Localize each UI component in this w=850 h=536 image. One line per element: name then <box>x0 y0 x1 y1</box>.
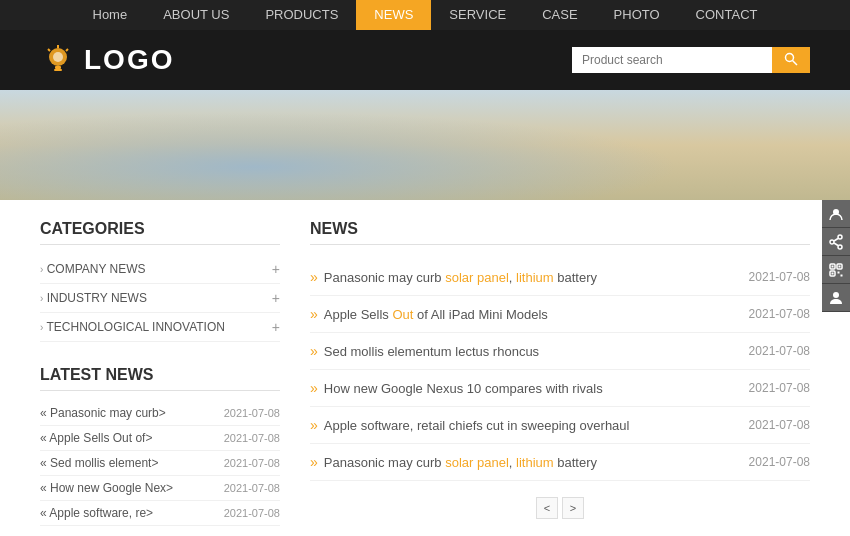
latest-news-item: « Panasonic may curb> 2021-07-08 <box>40 401 280 426</box>
cat-plus-icon: + <box>272 319 280 335</box>
cat-label: › COMPANY NEWS <box>40 262 146 276</box>
svg-rect-19 <box>839 265 841 267</box>
next-page-button[interactable]: > <box>562 497 584 519</box>
pagination: < > <box>310 497 810 519</box>
categories-section: CATEGORIES › COMPANY NEWS + › INDUSTRY N… <box>40 220 280 342</box>
latest-news-link-4[interactable]: « Apple software, re> <box>40 506 153 520</box>
side-qr-icon[interactable] <box>822 256 850 284</box>
nav-photo[interactable]: PHOTO <box>596 0 678 30</box>
logo-icon <box>40 42 76 78</box>
svg-point-12 <box>830 240 834 244</box>
svg-line-8 <box>793 60 798 65</box>
prev-page-button[interactable]: < <box>536 497 558 519</box>
news-link-5[interactable]: » Panasonic may curb solar panel, lithiu… <box>310 454 597 470</box>
cat-item-company[interactable]: › COMPANY NEWS + <box>40 255 280 284</box>
latest-news-item: « Apple Sells Out of> 2021-07-08 <box>40 426 280 451</box>
logo-text: LOGO <box>84 44 174 76</box>
svg-rect-18 <box>832 265 834 267</box>
latest-news-item: « How new Google Nex> 2021-07-08 <box>40 476 280 501</box>
svg-rect-20 <box>832 272 834 274</box>
latest-news-link-2[interactable]: « Sed mollis element> <box>40 456 158 470</box>
sidebar: CATEGORIES › COMPANY NEWS + › INDUSTRY N… <box>40 220 280 536</box>
news-list-item-1: » Apple Sells Out of All iPad Mini Model… <box>310 296 810 333</box>
side-customer-icon[interactable] <box>822 200 850 228</box>
hero-banner <box>0 90 850 200</box>
search-input[interactable] <box>572 47 772 73</box>
news-date-2: 2021-07-08 <box>749 344 810 358</box>
news-text-4: Apple software, retail chiefs cut in swe… <box>324 418 630 433</box>
content-title: NEWS <box>310 220 810 245</box>
navbar: Home ABOUT US PRODUCTS NEWS SERVICE CASE… <box>0 0 850 30</box>
cat-plus-icon: + <box>272 261 280 277</box>
side-user-icon[interactable] <box>822 284 850 312</box>
svg-point-11 <box>838 245 842 249</box>
latest-news-title: LATEST NEWS <box>40 366 280 391</box>
latest-news-date-3: 2021-07-08 <box>224 482 280 494</box>
latest-news-link-3[interactable]: « How new Google Nex> <box>40 481 173 495</box>
latest-news-item: « Apple software, re> 2021-07-08 <box>40 501 280 526</box>
svg-rect-2 <box>55 66 61 69</box>
nav-about[interactable]: ABOUT US <box>145 0 247 30</box>
svg-point-23 <box>833 292 839 298</box>
news-date-4: 2021-07-08 <box>749 418 810 432</box>
latest-news-date-0: 2021-07-08 <box>224 407 280 419</box>
news-link-3[interactable]: » How new Google Nexus 10 compares with … <box>310 380 603 396</box>
side-share-icon[interactable] <box>822 228 850 256</box>
search-bar <box>572 47 810 73</box>
nav-products[interactable]: PRODUCTS <box>247 0 356 30</box>
side-icons <box>822 200 850 312</box>
latest-news-section: LATEST NEWS « Panasonic may curb> 2021-0… <box>40 366 280 526</box>
cat-label: › TECHNOLOGICAL INNOVATION <box>40 320 225 334</box>
latest-news-date-1: 2021-07-08 <box>224 432 280 444</box>
categories-title: CATEGORIES <box>40 220 280 245</box>
latest-news-date-2: 2021-07-08 <box>224 457 280 469</box>
latest-news-date-4: 2021-07-08 <box>224 507 280 519</box>
hero-image <box>0 90 850 200</box>
news-list-item-2: » Sed mollis elementum lectus rhoncus 20… <box>310 333 810 370</box>
nav-contact[interactable]: CONTACT <box>678 0 776 30</box>
svg-point-7 <box>786 53 794 61</box>
news-text-1: Apple Sells Out of All iPad Mini Models <box>324 307 548 322</box>
news-link-2[interactable]: » Sed mollis elementum lectus rhoncus <box>310 343 539 359</box>
cat-label: › INDUSTRY NEWS <box>40 291 147 305</box>
svg-line-13 <box>834 238 838 241</box>
cat-arrow-icon: › <box>40 264 43 275</box>
news-list-item-0: » Panasonic may curb solar panel, lithiu… <box>310 259 810 296</box>
nav-home[interactable]: Home <box>75 0 146 30</box>
nav-service[interactable]: SERVICE <box>431 0 524 30</box>
news-link-0[interactable]: » Panasonic may curb solar panel, lithiu… <box>310 269 597 285</box>
search-button[interactable] <box>772 47 810 73</box>
news-text-3: How new Google Nexus 10 compares with ri… <box>324 381 603 396</box>
bullet-icon: » <box>310 454 318 470</box>
nav-news[interactable]: NEWS <box>356 0 431 30</box>
header: LOGO <box>0 30 850 90</box>
news-date-3: 2021-07-08 <box>749 381 810 395</box>
svg-rect-3 <box>54 69 62 71</box>
news-link-1[interactable]: » Apple Sells Out of All iPad Mini Model… <box>310 306 548 322</box>
svg-rect-22 <box>841 274 843 276</box>
cat-arrow-icon: › <box>40 322 43 333</box>
cat-item-tech[interactable]: › TECHNOLOGICAL INNOVATION + <box>40 313 280 342</box>
cat-item-industry[interactable]: › INDUSTRY NEWS + <box>40 284 280 313</box>
logo: LOGO <box>40 42 174 78</box>
cat-arrow-icon: › <box>40 293 43 304</box>
bullet-icon: » <box>310 380 318 396</box>
news-list-item-3: » How new Google Nexus 10 compares with … <box>310 370 810 407</box>
svg-point-1 <box>53 52 63 62</box>
news-list-item-4: » Apple software, retail chiefs cut in s… <box>310 407 810 444</box>
svg-line-6 <box>66 49 68 51</box>
latest-news-link-1[interactable]: « Apple Sells Out of> <box>40 431 152 445</box>
search-icon <box>784 52 798 66</box>
latest-news-item: « Sed mollis element> 2021-07-08 <box>40 451 280 476</box>
cat-plus-icon: + <box>272 290 280 306</box>
news-link-4[interactable]: » Apple software, retail chiefs cut in s… <box>310 417 629 433</box>
bullet-icon: » <box>310 269 318 285</box>
latest-news-link-0[interactable]: « Panasonic may curb> <box>40 406 166 420</box>
bullet-icon: » <box>310 306 318 322</box>
news-content: NEWS » Panasonic may curb solar panel, l… <box>310 220 810 536</box>
nav-case[interactable]: CASE <box>524 0 595 30</box>
news-date-1: 2021-07-08 <box>749 307 810 321</box>
svg-rect-21 <box>838 271 840 273</box>
news-text-0: Panasonic may curb solar panel, lithium … <box>324 270 597 285</box>
bullet-icon: » <box>310 343 318 359</box>
